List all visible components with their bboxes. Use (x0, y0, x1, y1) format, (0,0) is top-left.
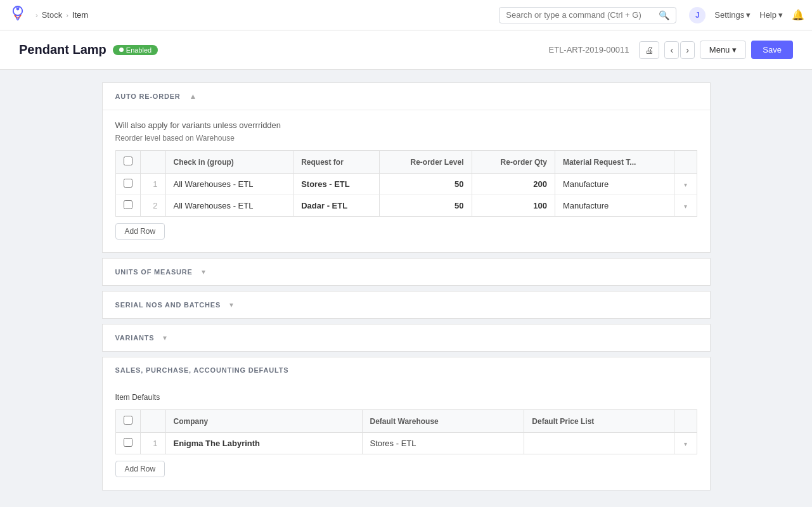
table-row: 2 All Warehouses - ETL Dadar - ETL 50 10… (115, 195, 697, 217)
help-button[interactable]: Help ▾ (759, 10, 783, 20)
breadcrumb-stock[interactable]: Stock (42, 10, 63, 20)
td-default-price-list-1 (524, 433, 674, 454)
td-reorder-level-1: 50 (379, 174, 472, 195)
table-row: 1 Enigma The Labyrinth Stores - ETL ▾ (115, 433, 697, 454)
td-row-num-defaults-1: 1 (140, 433, 165, 454)
serial-toggle-icon: ▾ (229, 300, 233, 309)
td-reorder-qty-1: 200 (472, 174, 555, 195)
settings-button[interactable]: Settings ▾ (714, 10, 751, 20)
td-checkbox-defaults-1[interactable] (115, 433, 140, 454)
select-all-defaults-checkbox[interactable] (124, 416, 132, 425)
item-defaults-label: Item Defaults (115, 393, 697, 402)
auto-reorder-table-header-row: Check in (group) Request for Re-order Le… (115, 151, 697, 174)
status-dot (119, 48, 124, 52)
breadcrumb: › Stock › Item (35, 10, 88, 20)
menu-chevron-icon: ▾ (732, 45, 737, 55)
auto-reorder-title: AUTO RE-ORDER (115, 93, 181, 100)
td-request-for-2: Dadar - ETL (293, 195, 380, 217)
row-checkbox-2[interactable] (124, 200, 132, 209)
serial-nos-batches-section: SERIAL NOS AND BATCHES ▾ (102, 291, 711, 319)
auto-reorder-section: AUTO RE-ORDER ▲ Will also apply for vari… (102, 82, 711, 253)
units-of-measure-title: UNITS OF MEASURE (115, 268, 193, 276)
th-select-all[interactable] (115, 151, 140, 174)
td-dropdown-defaults-1[interactable]: ▾ (674, 433, 697, 454)
td-checkbox-1[interactable] (115, 174, 140, 195)
td-row-num-1: 1 (140, 174, 165, 195)
th-reorder-level: Re-order Level (379, 151, 472, 174)
auto-reorder-table: Check in (group) Request for Re-order Le… (115, 150, 697, 217)
td-material-request-2: Manufacture (555, 195, 674, 217)
units-of-measure-header[interactable]: UNITS OF MEASURE ▾ (103, 259, 710, 285)
page-title: Pendant Lamp (19, 42, 106, 57)
avatar: J (689, 7, 706, 23)
variants-section: VARIANTS ▾ (102, 324, 711, 352)
td-company-1: Enigma The Labyrinth (165, 433, 362, 454)
item-defaults-table: Company Default Warehouse Default Price … (115, 409, 697, 454)
bell-icon[interactable]: 🔔 (792, 9, 804, 21)
variants-title: VARIANTS (115, 334, 155, 342)
td-material-request-1: Manufacture (555, 174, 674, 195)
th-request-for: Request for (293, 151, 380, 174)
th-actions-defaults (674, 410, 697, 433)
td-reorder-qty-2: 100 (472, 195, 555, 217)
row-checkbox-1[interactable] (124, 179, 132, 188)
sales-purchase-section: SALES, PURCHASE, ACCOUNTING DEFAULTS Ite… (102, 357, 711, 491)
sales-purchase-body: Item Defaults Company Default Warehouse … (103, 383, 710, 490)
units-toggle-icon: ▾ (202, 267, 205, 276)
th-row-num-defaults (140, 410, 165, 433)
item-defaults-add-row-button[interactable]: Add Row (115, 461, 165, 477)
th-actions (674, 151, 697, 174)
th-reorder-qty: Re-order Qty (472, 151, 555, 174)
td-row-num-2: 2 (140, 195, 165, 217)
next-button[interactable]: › (680, 41, 695, 59)
auto-reorder-body: Will also apply for variants unless over… (103, 110, 710, 252)
search-bar[interactable]: 🔍 (499, 7, 676, 23)
th-material-request: Material Request T... (555, 151, 674, 174)
sales-purchase-header[interactable]: SALES, PURCHASE, ACCOUNTING DEFAULTS (103, 357, 710, 383)
variants-toggle-icon: ▾ (163, 333, 167, 342)
row-checkbox-defaults-1[interactable] (124, 438, 132, 447)
navbar-right: J Settings ▾ Help ▾ 🔔 (689, 7, 804, 23)
item-defaults-header-row: Company Default Warehouse Default Price … (115, 410, 697, 433)
th-company: Company (165, 410, 362, 433)
breadcrumb-item: Item (72, 10, 88, 20)
help-chevron-icon: ▾ (778, 10, 783, 20)
search-input[interactable] (506, 10, 655, 20)
row-dropdown-icon-1[interactable]: ▾ (684, 181, 687, 188)
row-dropdown-icon-defaults-1[interactable]: ▾ (684, 440, 687, 447)
td-checkbox-2[interactable] (115, 195, 140, 217)
settings-chevron-icon: ▾ (746, 10, 751, 20)
td-dropdown-1[interactable]: ▾ (674, 174, 697, 195)
menu-button[interactable]: Menu ▾ (700, 41, 747, 59)
nav-arrows: ‹ › (664, 41, 694, 59)
breadcrumb-sep-2: › (66, 11, 68, 19)
search-icon: 🔍 (659, 10, 669, 20)
navbar: › Stock › Item 🔍 J Settings ▾ Help ▾ 🔔 (0, 0, 812, 30)
td-default-warehouse-1: Stores - ETL (362, 433, 524, 454)
td-request-for-1: Stores - ETL (293, 174, 380, 195)
select-all-checkbox[interactable] (124, 157, 132, 165)
th-select-all-defaults[interactable] (115, 410, 140, 433)
page-header-right: ETL-ART-2019-00011 🖨 ‹ › Menu ▾ Save (549, 41, 793, 59)
serial-nos-header[interactable]: SERIAL NOS AND BATCHES ▾ (103, 292, 710, 318)
save-button[interactable]: Save (751, 41, 793, 59)
status-badge: Enabled (113, 45, 158, 55)
auto-reorder-add-row-button[interactable]: Add Row (115, 223, 165, 240)
td-check-in-1: All Warehouses - ETL (165, 174, 293, 195)
serial-nos-title: SERIAL NOS AND BATCHES (115, 301, 221, 309)
td-check-in-2: All Warehouses - ETL (165, 195, 293, 217)
td-dropdown-2[interactable]: ▾ (674, 195, 697, 217)
table-row: 1 All Warehouses - ETL Stores - ETL 50 2… (115, 174, 697, 195)
auto-reorder-toggle-icon: ▲ (190, 92, 197, 101)
breadcrumb-sep-1: › (35, 11, 38, 19)
row-dropdown-icon-2[interactable]: ▾ (684, 203, 687, 210)
page-header: Pendant Lamp Enabled ETL-ART-2019-00011 … (0, 30, 812, 70)
th-default-warehouse: Default Warehouse (362, 410, 524, 433)
print-button[interactable]: 🖨 (639, 41, 659, 59)
svg-point-1 (16, 8, 20, 11)
variants-header[interactable]: VARIANTS ▾ (103, 324, 710, 351)
prev-button[interactable]: ‹ (664, 41, 679, 59)
th-default-price-list: Default Price List (524, 410, 674, 433)
auto-reorder-header[interactable]: AUTO RE-ORDER ▲ (103, 83, 710, 110)
doc-id: ETL-ART-2019-00011 (549, 45, 629, 55)
